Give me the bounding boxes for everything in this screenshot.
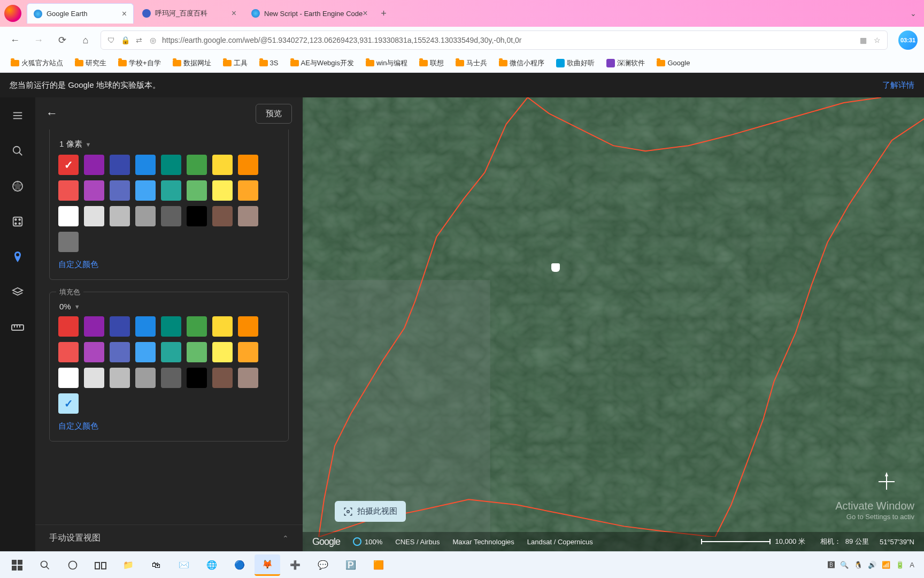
color-swatch[interactable] [187, 368, 207, 388]
color-swatch[interactable] [212, 316, 233, 337]
tray-icon[interactable]: 🔋 [896, 561, 904, 569]
color-swatch[interactable] [84, 368, 104, 388]
color-swatch[interactable] [84, 206, 104, 226]
tray-icon[interactable]: 🅱 [828, 561, 835, 569]
color-swatch[interactable] [135, 206, 156, 226]
fill-opacity-dropdown[interactable]: 0% ▼ [58, 300, 280, 316]
bookmark-item[interactable]: 歌曲好听 [552, 56, 599, 70]
color-swatch[interactable] [161, 368, 181, 388]
bookmark-item[interactable]: Google [652, 57, 694, 69]
color-swatch[interactable] [135, 316, 156, 337]
color-swatch[interactable] [58, 393, 79, 414]
tray-icon[interactable]: 📶 [882, 561, 890, 569]
color-swatch[interactable] [212, 155, 233, 175]
color-swatch[interactable] [212, 368, 233, 388]
back-arrow-icon[interactable]: ← [46, 107, 58, 120]
start-button[interactable] [4, 554, 30, 576]
color-swatch[interactable] [238, 206, 258, 226]
color-swatch[interactable] [110, 316, 130, 337]
stroke-width-dropdown[interactable]: 1 像素 ▼ [58, 137, 280, 155]
color-swatch[interactable] [161, 316, 181, 337]
color-swatch[interactable] [187, 342, 207, 362]
tray-icon[interactable]: A [910, 561, 914, 569]
projects-icon[interactable] [10, 249, 25, 264]
edge-legacy-icon[interactable]: 🌐 [199, 554, 225, 576]
capture-view-button[interactable]: 拍摄此视图 [335, 501, 406, 522]
tab-google-earth[interactable]: Google Earth × [27, 3, 134, 24]
bookmark-star-icon[interactable]: ☆ [872, 35, 882, 45]
color-swatch[interactable] [238, 155, 258, 175]
system-tray[interactable]: 🅱🔍🐧🔊📶🔋A [822, 561, 920, 569]
close-icon[interactable]: × [363, 9, 367, 18]
bookmark-item[interactable]: 火狐官方站点 [6, 56, 67, 70]
color-swatch[interactable] [135, 342, 156, 362]
color-swatch[interactable] [238, 316, 258, 337]
home-button[interactable]: ⌂ [77, 32, 94, 49]
qr-icon[interactable]: ▦ [858, 35, 868, 45]
color-swatch[interactable] [212, 180, 233, 201]
color-swatch[interactable] [187, 206, 207, 226]
color-swatch[interactable] [110, 180, 130, 201]
reload-button[interactable]: ⟳ [53, 32, 71, 49]
color-swatch[interactable] [187, 155, 207, 175]
cortana-button[interactable] [60, 554, 86, 576]
color-swatch[interactable] [58, 368, 79, 388]
tray-icon[interactable]: 🐧 [854, 561, 863, 569]
custom-color-link[interactable]: 自定义颜色 [58, 421, 280, 431]
ruler-icon[interactable] [10, 320, 25, 335]
edge-icon[interactable]: 🔵 [227, 554, 252, 576]
bookmark-item[interactable]: AE与Webgis开发 [286, 56, 358, 70]
preview-button[interactable]: 预览 [256, 104, 292, 124]
pycharm-icon[interactable]: 🅿️ [338, 554, 364, 576]
search-button[interactable] [32, 554, 58, 576]
color-swatch[interactable] [110, 155, 130, 175]
bookmark-item[interactable]: 学校+自学 [114, 56, 165, 70]
dice-icon[interactable] [10, 214, 25, 229]
bookmark-item[interactable]: win与编程 [361, 56, 412, 70]
url-input[interactable]: 🛡 🔒 ⇄ ◎ https://earth.google.com/web/@51… [101, 31, 888, 50]
color-swatch[interactable] [161, 206, 181, 226]
close-icon[interactable]: × [122, 9, 127, 19]
color-swatch[interactable] [161, 180, 181, 201]
color-swatch[interactable] [161, 342, 181, 362]
color-swatch[interactable] [135, 368, 156, 388]
bookmark-item[interactable]: 深澜软件 [602, 56, 649, 70]
color-swatch[interactable] [84, 180, 104, 201]
color-swatch[interactable] [58, 180, 79, 201]
bookmark-item[interactable]: 微信小程序 [495, 56, 549, 70]
store-icon[interactable]: 🛍 [143, 554, 169, 576]
learn-more-link[interactable]: 了解详情 [882, 80, 914, 90]
color-swatch[interactable] [58, 342, 79, 362]
bookmark-item[interactable]: 联想 [415, 56, 448, 70]
color-swatch[interactable] [212, 206, 233, 226]
tab-dropdown-icon[interactable]: ⌄ [907, 6, 920, 21]
color-swatch[interactable] [187, 180, 207, 201]
search-icon[interactable] [10, 143, 25, 158]
color-swatch[interactable] [84, 342, 104, 362]
forward-button[interactable]: → [30, 32, 47, 49]
bookmark-item[interactable]: 研究生 [71, 56, 111, 70]
color-swatch[interactable] [58, 316, 79, 337]
color-swatch[interactable] [212, 342, 233, 362]
color-swatch[interactable] [110, 368, 130, 388]
voyager-icon[interactable] [10, 179, 25, 194]
color-swatch[interactable] [238, 368, 258, 388]
color-swatch[interactable] [58, 155, 79, 175]
mail-icon[interactable]: ✉️ [171, 554, 197, 576]
color-swatch[interactable] [238, 180, 258, 201]
firefox-taskbar-icon[interactable]: 🦊 [255, 554, 280, 576]
layers-icon[interactable] [10, 285, 25, 300]
bookmark-item[interactable]: 工具 [219, 56, 252, 70]
custom-color-link[interactable]: 自定义颜色 [58, 260, 280, 270]
bookmark-item[interactable]: 3S [255, 57, 283, 69]
manual-view-section[interactable]: 手动设置视图 ⌃ [35, 524, 303, 551]
back-button[interactable]: ← [6, 32, 24, 49]
clock-badge[interactable]: 03:31 [898, 31, 918, 50]
map-view[interactable]: Activate Window Go to Settings to activ … [303, 97, 924, 551]
menu-icon[interactable] [10, 108, 25, 123]
color-swatch[interactable] [135, 180, 156, 201]
compass-icon[interactable] [876, 471, 897, 492]
color-swatch[interactable] [84, 316, 104, 337]
color-swatch[interactable] [135, 155, 156, 175]
color-swatch[interactable] [110, 342, 130, 362]
